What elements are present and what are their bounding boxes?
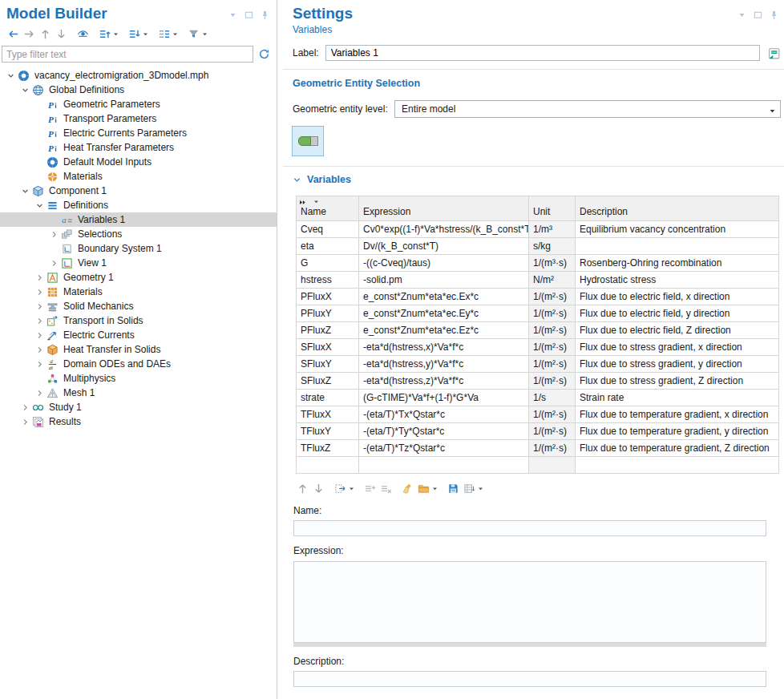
collapse-panel-icon[interactable] [734, 7, 749, 22]
dropdown-caret-icon[interactable] [171, 26, 179, 41]
label-input[interactable] [325, 45, 760, 61]
model-tree-filter-button[interactable] [185, 26, 209, 42]
cell-expression[interactable]: -(eta/T)*Tx*Qstar*c [359, 406, 529, 423]
tree-item-transport-in-solids[interactable]: Transport in Solids [0, 313, 277, 328]
cell-unit[interactable]: s/kg [529, 238, 576, 255]
expander-icon[interactable] [19, 185, 31, 197]
cell-name[interactable]: eta [297, 238, 359, 255]
cell-name[interactable]: Cveq [297, 221, 359, 238]
active-selection-toggle-button[interactable] [292, 126, 324, 156]
cell-unit[interactable]: 1/(m²·s) [529, 423, 576, 440]
forward-arrow-button[interactable] [21, 26, 37, 42]
add-row-button[interactable] [362, 480, 378, 496]
cell-name[interactable]: hstress [297, 272, 359, 289]
dropdown-caret-icon[interactable] [476, 481, 484, 495]
expander-icon[interactable] [34, 344, 46, 356]
expander-icon[interactable] [34, 272, 46, 284]
cell-name[interactable]: SFluxZ [297, 373, 359, 390]
cell-unit[interactable]: 1/(m²·s) [529, 339, 576, 356]
cell-description[interactable]: Flux due to stress gradient, x direction [576, 339, 779, 356]
cell-description[interactable]: Hydrostatic stress [576, 272, 779, 289]
cell-name[interactable] [297, 457, 359, 474]
tree-item-variables-1[interactable]: aVariables 1 [0, 212, 277, 227]
dropdown-caret-icon[interactable] [141, 26, 149, 41]
tree-item-multiphysics[interactable]: Multiphysics [0, 371, 277, 386]
float-panel-icon[interactable] [241, 7, 256, 22]
pin-panel-icon[interactable] [257, 7, 272, 22]
cell-name[interactable]: PFluxX [297, 289, 359, 305]
table-columns-button[interactable] [461, 480, 485, 496]
expand-all-button[interactable] [96, 26, 120, 42]
cell-unit[interactable]: 1/m³ [529, 221, 576, 238]
tree-item-vacancy-electromigration-3dmodel-mph[interactable]: vacancy_electromigration_3Dmodel.mph [0, 68, 277, 83]
cell-name[interactable]: TFluxX [297, 406, 359, 423]
variables-section-header[interactable]: Variables [293, 174, 784, 185]
expander-icon[interactable] [34, 200, 46, 212]
cell-description[interactable]: Flux due to electric field, Z direction [576, 322, 779, 339]
move-to-button[interactable] [332, 480, 356, 496]
cell-description[interactable]: Flux due to electric field, y direction [576, 305, 779, 322]
tree-item-default-model-inputs[interactable]: Default Model Inputs [0, 155, 277, 169]
cell-unit[interactable]: 1/s [529, 390, 576, 406]
cell-name[interactable]: SFluxX [297, 339, 359, 356]
cell-name[interactable]: strate [297, 390, 359, 406]
tree-item-component-1[interactable]: Component 1 [0, 184, 277, 198]
cell-expression[interactable]: Dv/(k_B_const*T) [359, 238, 529, 255]
filter-input[interactable] [2, 46, 253, 63]
tree-item-transport-parameters[interactable]: PTransport Parameters [0, 111, 277, 126]
load-file-button[interactable] [415, 480, 439, 496]
show-settings-icon[interactable] [766, 46, 781, 60]
cell-name[interactable]: PFluxZ [297, 322, 359, 339]
expression-resize-handle[interactable] [293, 643, 766, 647]
float-panel-icon[interactable] [750, 7, 765, 22]
expression-field-textarea[interactable] [293, 561, 766, 643]
cell-expression[interactable]: -solid.pm [359, 272, 529, 289]
cell-name[interactable]: SFluxY [297, 356, 359, 373]
tree-item-solid-mechanics[interactable]: Solid Mechanics [0, 299, 277, 313]
move-up-button[interactable] [37, 26, 53, 42]
dropdown-caret-icon[interactable] [313, 196, 320, 208]
expander-icon[interactable] [34, 301, 46, 313]
dropdown-caret-icon[interactable] [111, 26, 119, 41]
collapse-all-button[interactable] [126, 26, 150, 42]
save-file-button[interactable] [445, 480, 461, 496]
tree-item-view-1[interactable]: View 1 [0, 256, 277, 270]
expander-icon[interactable] [34, 315, 46, 327]
dropdown-caret-icon[interactable] [347, 481, 355, 495]
dropdown-caret-icon[interactable] [200, 26, 208, 41]
cell-unit[interactable]: 1/(m²·s) [529, 356, 576, 373]
cell-description[interactable]: Flux due to electric field, x direction [576, 289, 779, 305]
show-button[interactable] [75, 26, 91, 42]
cell-unit[interactable]: 1/(m²·s) [529, 406, 576, 423]
tree-item-boundary-system-1[interactable]: Boundary System 1 [0, 241, 277, 256]
cell-description[interactable]: Strain rate [576, 390, 779, 406]
delete-row-button[interactable] [378, 480, 394, 496]
cell-unit[interactable]: 1/(m²·s) [529, 322, 576, 339]
cell-unit[interactable]: 1/(m²·s) [529, 289, 576, 305]
expander-icon[interactable] [19, 402, 31, 414]
expander-icon[interactable] [34, 286, 46, 298]
settings-subtitle-link[interactable]: Variables [293, 24, 784, 35]
cell-expression[interactable]: -(eta/T)*Tz*Qstar*c [359, 440, 529, 457]
cell-expression[interactable]: -(eta/T)*Ty*Qstar*c [359, 423, 529, 440]
cell-unit[interactable]: 1/(m²·s) [529, 305, 576, 322]
tree-item-selections[interactable]: Selections [0, 227, 277, 241]
name-field-input[interactable] [293, 520, 766, 536]
tree-item-mesh-1[interactable]: Mesh 1 [0, 386, 277, 400]
cell-unit[interactable]: 1/(m²·s) [529, 373, 576, 390]
expander-icon[interactable] [19, 84, 31, 96]
cell-name[interactable]: TFluxZ [297, 440, 359, 457]
cell-description[interactable]: Rosenberg-Ohring recombination [576, 255, 779, 272]
cell-name[interactable]: TFluxY [297, 423, 359, 440]
cell-description[interactable] [576, 238, 779, 255]
move-down-button[interactable] [53, 26, 69, 42]
cell-unit[interactable]: 1/(m²·s) [529, 440, 576, 457]
cell-description[interactable]: Equilibrium vacancy concentration [576, 221, 779, 238]
cell-description[interactable] [576, 457, 779, 474]
cell-expression[interactable]: (G-cTIME)*Va*f+(1-f)*G*Va [359, 390, 529, 406]
tree-item-heat-transfer-in-solids[interactable]: Heat Transfer in Solids [0, 342, 277, 357]
pin-panel-icon[interactable] [766, 7, 781, 22]
cell-unit[interactable] [529, 457, 576, 474]
expander-icon[interactable] [34, 387, 46, 399]
tree-item-heat-transfer-parameters[interactable]: PHeat Transfer Parameters [0, 140, 277, 155]
